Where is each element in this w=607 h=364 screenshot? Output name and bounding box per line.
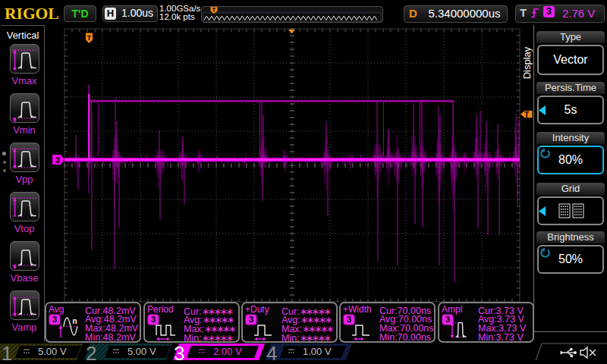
svg-text:1.00 V: 1.00 V <box>303 346 332 357</box>
svg-text:2.00 V: 2.00 V <box>213 346 242 357</box>
svg-text:T: T <box>524 111 529 119</box>
svg-text:5.00 V: 5.00 V <box>127 346 156 357</box>
svg-text:1: 1 <box>2 342 12 364</box>
svg-text:4: 4 <box>266 342 277 364</box>
svg-text:3: 3 <box>174 342 184 364</box>
svg-text:3: 3 <box>55 155 60 165</box>
svg-text:5.00 V: 5.00 V <box>38 346 67 357</box>
svg-text:n: n <box>73 317 77 325</box>
svg-text:T: T <box>87 33 92 42</box>
svg-text:2: 2 <box>86 342 96 364</box>
